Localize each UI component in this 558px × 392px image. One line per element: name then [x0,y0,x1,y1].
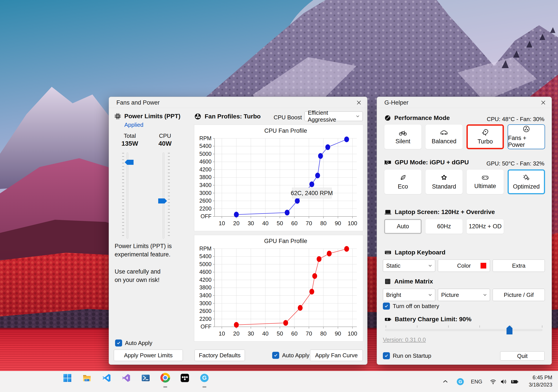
anime-mode-dropdown[interactable]: Picture [438,289,490,301]
svg-text:2600: 2600 [199,308,211,314]
checkbox-checked-icon [115,340,122,347]
gpu-optimized-button[interactable]: Optimized [508,169,545,194]
quit-button[interactable]: Quit [500,351,545,361]
cpu-fan-curve-chart[interactable]: OFF220026003000340038004200460050005400R… [194,125,363,231]
cpu-slider-ticks [168,153,170,239]
cpu-slider-track[interactable] [163,152,164,239]
svg-text:RPM: RPM [199,245,211,252]
close-icon[interactable] [356,100,362,106]
wifi-icon[interactable] [488,377,498,386]
version-link[interactable]: Version: 0.31.0.0 [383,336,426,343]
svg-text:50: 50 [277,331,283,337]
gpu-card-icon [384,159,392,166]
tray-expand-icon[interactable] [441,377,450,386]
screen-auto-button[interactable]: Auto [384,219,422,234]
total-value: 135W [118,140,142,147]
svg-text:4200: 4200 [199,277,211,283]
svg-text:RPM: RPM [199,135,211,141]
keyboard-extra-button[interactable]: Extra [493,259,545,272]
screen-120hz-od-button[interactable]: 120Hz + OD [466,219,504,234]
rocket-icon [481,129,489,136]
battery-charge-icon [384,316,392,323]
mode-fans-power-button[interactable]: Fans + Power [508,124,545,149]
gpu-eco-button[interactable]: Eco [384,169,422,194]
auto-apply-fan-checkbox[interactable]: Auto Apply [272,352,309,359]
cpu-boost-dropdown[interactable]: Efficient Aggressive [305,111,363,121]
ppt-warning-1: Power Limits (PPT) is experimental featu… [115,242,172,259]
chevron-down-icon [428,264,432,267]
running-indicator [202,386,206,388]
svg-text:G: G [202,375,207,381]
svg-text:80: 80 [320,220,327,226]
checkbox-checked-icon [383,352,390,359]
apply-fan-curve-button[interactable]: Apply Fan Curve [310,350,363,361]
turn-off-on-battery-checkbox[interactable]: Turn off on battery [383,303,439,310]
ghelper-titlebar[interactable]: G-Helper [377,97,552,108]
svg-text:30: 30 [248,331,254,337]
ppt-warning-2: Use carefully and on your own risk! [115,267,161,284]
gpu-fan-chart-panel: OFF220026003000340038004200460050005400R… [194,235,363,342]
tray-time: 6:45 PM [529,374,552,381]
svg-text:3000: 3000 [199,190,211,196]
battery-slider-track[interactable] [385,329,542,331]
g-helper-tray-icon[interactable]: G [455,377,465,386]
mode-silent-button[interactable]: Silent [384,124,422,149]
svg-text:70: 70 [306,220,312,226]
svg-text:2200: 2200 [199,205,211,212]
keyboard-mode-dropdown[interactable]: Static [383,259,435,272]
start-button[interactable] [61,373,73,389]
total-slider-thumb[interactable] [125,160,134,165]
cpu-boost-label: CPU Boost [263,114,302,121]
volume-icon[interactable] [499,377,509,386]
file-explorer-icon[interactable] [81,373,93,389]
fan-profiles-header: Fan Profiles: Turbo [194,113,261,120]
powershell-icon[interactable] [140,373,152,389]
anime-matrix-header: Anime Matrix [384,278,433,285]
run-on-startup-checkbox[interactable]: Run on Startup [383,352,431,359]
svg-text:60: 60 [291,331,298,337]
window-title: Fans and Power [116,99,160,106]
auto-apply-power-checkbox[interactable]: Auto Apply [115,340,152,347]
laptop-keyboard-header: Laptop Keyboard [384,249,445,256]
factory-defaults-button[interactable]: Factory Defaults [194,350,245,361]
performance-icon [384,115,391,122]
screen-60hz-button[interactable]: 60Hz [425,219,463,234]
mode-turbo-button[interactable]: Turbo [466,124,504,149]
apply-power-limits-button[interactable]: Apply Power Limits [114,350,183,361]
vscode-icon[interactable] [100,373,113,389]
tray-date: 3/18/2023 [529,381,552,388]
gpu-fan-curve-chart[interactable]: OFF220026003000340038004200460050005400R… [194,235,363,341]
gpu-ultimate-button[interactable]: Ultimate [466,169,504,194]
svg-text:3400: 3400 [199,182,211,188]
mode-balanced-button[interactable]: Balanced [425,124,463,149]
taskbar-clock[interactable]: 6:45 PM 3/18/2023 [529,374,552,388]
close-icon[interactable] [540,100,546,106]
anime-brightness-dropdown[interactable]: Bright [383,289,435,301]
tidal-icon[interactable] [179,373,191,389]
visual-studio-icon[interactable] [120,373,132,389]
chevron-down-icon [483,293,487,296]
language-indicator[interactable]: ENG [470,377,483,386]
cpu-fan-chart-panel: OFF220026003000340038004200460050005400R… [194,125,363,231]
keyboard-color-button[interactable]: Color [438,259,490,272]
chrome-icon[interactable] [159,373,171,389]
svg-text:4600: 4600 [199,158,211,165]
checkbox-checked-icon [272,352,279,359]
svg-text:5400: 5400 [199,253,211,259]
svg-text:50: 50 [277,220,283,226]
svg-text:3800: 3800 [199,284,211,291]
svg-text:OFF: OFF [201,324,212,330]
fans-power-titlebar[interactable]: Fans and Power [109,97,367,108]
battery-icon[interactable] [510,377,520,386]
svg-text:3800: 3800 [199,174,211,180]
svg-text:4200: 4200 [199,166,211,173]
total-slider-track[interactable] [127,152,128,239]
svg-text:CPU Fan Profile: CPU Fan Profile [264,127,307,134]
anime-picture-gif-button[interactable]: Picture / Gif [493,289,545,301]
cpu-slider-thumb[interactable] [158,198,167,203]
svg-text:90: 90 [335,220,341,226]
g-helper-taskbar-icon[interactable]: G [198,373,210,389]
gpu-standard-button[interactable]: Standard [425,169,463,194]
total-label: Total [118,133,142,139]
cpu-chip-icon [114,113,121,120]
